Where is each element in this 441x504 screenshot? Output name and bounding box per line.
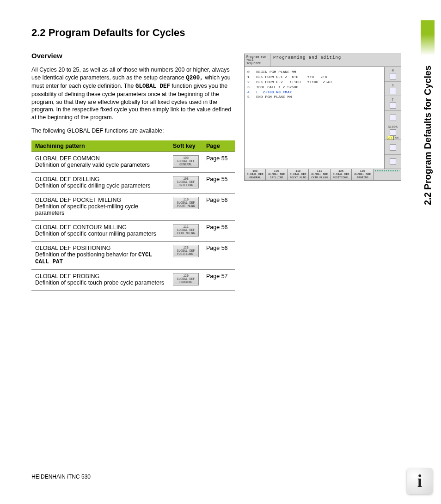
row-pattern-cell: GLOBAL DEF COMMONDefinition of generally… bbox=[31, 152, 169, 173]
row-pattern-cell: GLOBAL DEF POSITIONINGDefinition of the … bbox=[31, 242, 169, 270]
shot-side-cell[interactable] bbox=[385, 155, 401, 169]
row-page-cell: Page 55 bbox=[202, 152, 235, 173]
overview-paragraph-2: The following GLOBAL DEF functions are a… bbox=[31, 127, 235, 135]
row-desc: Definition of specific contour milling p… bbox=[35, 231, 165, 237]
side-tab-gradient bbox=[421, 20, 435, 55]
softkey-button[interactable]: 105GLOBAL DEFDRILLING bbox=[173, 176, 199, 188]
table-row: GLOBAL DEF CONTOUR MILLINGDefinition of … bbox=[31, 221, 235, 242]
shot-softkey[interactable]: 105GLOBAL DEFDRILLING bbox=[266, 169, 287, 180]
shot-side-cell[interactable] bbox=[385, 111, 401, 126]
mini-icon bbox=[390, 88, 396, 94]
softkey-button[interactable]: 110GLOBAL DEFPOCKT MLNG bbox=[173, 197, 199, 209]
row-softkey-cell: 120GLOBAL DEFPROBING bbox=[169, 270, 202, 291]
table-row: GLOBAL DEF COMMONDefinition of generally… bbox=[31, 152, 235, 173]
mini-icon bbox=[390, 73, 396, 79]
side-tab-text: 2.2 Program Defaults for Cycles bbox=[423, 66, 433, 205]
row-page-cell: Page 57 bbox=[202, 270, 235, 291]
shot-mode-l2: full sequence bbox=[246, 59, 268, 65]
shot-code-area: 0 BEGIN PGM PLANE MM1 BLK FORM 0.1 Z X+0… bbox=[245, 67, 384, 169]
shot-sidebar: MSTS100%OFF ON bbox=[384, 67, 401, 169]
shot-side-label: S100% bbox=[388, 125, 398, 129]
shot-side-label: M bbox=[392, 69, 393, 73]
side-tab: 2.2 Program Defaults for Cycles bbox=[421, 20, 435, 205]
table-row: GLOBAL DEF DRILLINGDefinition of specifi… bbox=[31, 173, 235, 194]
row-desc: Definition of specific pocket-milling cy… bbox=[35, 203, 165, 216]
overview-paragraph-1: All Cycles 20 to 25, as well as all of t… bbox=[31, 66, 235, 121]
code-line: 3 TOOL CALL 1 Z S2500 bbox=[247, 85, 381, 90]
shot-side-label: S bbox=[392, 84, 393, 87]
shot-title: Programming and editing bbox=[270, 54, 401, 67]
row-title: GLOBAL DEF DRILLING bbox=[35, 176, 165, 182]
shot-softkey[interactable]: 110GLOBAL DEFPOCKT MLNG bbox=[288, 169, 309, 180]
code-line: 2 BLK FORM 0.2 X+100 Y+100 Z+40 bbox=[247, 80, 381, 85]
softkey-button[interactable]: 120GLOBAL DEFPROBING bbox=[173, 273, 199, 285]
row-softkey-cell: 125GLOBAL DEFPOSITIONG. bbox=[169, 242, 202, 270]
table-row: GLOBAL DEF PROBINGDefinition of specific… bbox=[31, 270, 235, 291]
row-softkey-cell: 100GLOBAL DEFGENERAL bbox=[169, 152, 202, 173]
p1-q200: Q200, bbox=[186, 75, 203, 81]
mini-icon bbox=[390, 129, 396, 136]
row-desc: Definition of the positioning behavior f… bbox=[35, 251, 165, 265]
mini-icon bbox=[390, 115, 396, 121]
row-pattern-cell: GLOBAL DEF POCKET MILLINGDefinition of s… bbox=[31, 194, 169, 221]
softkey-button[interactable]: 125GLOBAL DEFPOSITIONG. bbox=[173, 245, 199, 257]
row-title: GLOBAL DEF POSITIONING bbox=[35, 245, 165, 251]
p1-globaldef: GLOBAL DEF bbox=[135, 83, 170, 90]
row-title: GLOBAL DEF PROBING bbox=[35, 273, 165, 279]
overview-heading: Overview bbox=[31, 52, 235, 60]
shot-softkey-blank bbox=[374, 169, 401, 180]
shot-side-cell[interactable] bbox=[385, 140, 401, 155]
row-page-cell: Page 55 bbox=[202, 173, 235, 194]
shot-softkey[interactable]: 120GLOBAL DEFPROBING bbox=[352, 169, 373, 180]
off-on-toggle[interactable]: OFF ON bbox=[387, 136, 399, 140]
row-page-cell: Page 56 bbox=[202, 194, 235, 221]
table-row: GLOBAL DEF POCKET MILLINGDefinition of s… bbox=[31, 194, 235, 221]
row-title: GLOBAL DEF CONTOUR MILLING bbox=[35, 224, 165, 231]
right-column: Program run full sequence Programming an… bbox=[244, 52, 418, 291]
code-line: 1 BLK FORM 0.1 Z X+0 Y+0 Z+0 bbox=[247, 75, 381, 80]
mini-icon bbox=[390, 158, 396, 165]
shot-side-cell[interactable]: S bbox=[385, 82, 401, 97]
mini-icon bbox=[390, 144, 396, 151]
shot-side-cell[interactable]: M bbox=[385, 67, 401, 82]
th-page: Page bbox=[202, 140, 235, 152]
globaldef-table: Machining pattern Soft key Page GLOBAL D… bbox=[31, 140, 235, 291]
row-desc: Definition of specific touch probe cycle… bbox=[35, 279, 165, 286]
code-line: 0 BEGIN PGM PLANE MM bbox=[247, 70, 381, 75]
row-pattern-cell: GLOBAL DEF DRILLINGDefinition of specifi… bbox=[31, 173, 169, 194]
shot-side-label: T bbox=[392, 98, 393, 102]
row-title: GLOBAL DEF POCKET MILLING bbox=[35, 197, 165, 203]
left-column: Overview All Cycles 20 to 25, as well as… bbox=[31, 52, 235, 291]
shot-mode-l1: Program run bbox=[246, 55, 268, 59]
row-desc: Definition of specific drilling cycle pa… bbox=[35, 182, 165, 189]
shot-softkey[interactable]: 111GLOBAL DEFCNTR MLLNG bbox=[309, 169, 330, 180]
th-pattern: Machining pattern bbox=[31, 140, 169, 152]
shot-mode: Program run full sequence bbox=[245, 54, 270, 67]
row-softkey-cell: 111GLOBAL DEFCNTR MLLNG bbox=[169, 221, 202, 242]
shot-softkey[interactable]: 100GLOBAL DEFGENERAL bbox=[245, 169, 266, 180]
row-desc: Definition of generally valid cycle para… bbox=[35, 162, 165, 168]
table-row: GLOBAL DEF POSITIONINGDefinition of the … bbox=[31, 242, 235, 270]
softkey-button[interactable]: 111GLOBAL DEFCNTR MLLNG bbox=[173, 224, 199, 237]
row-page-cell: Page 56 bbox=[202, 242, 235, 270]
shot-side-cell[interactable]: S100%OFF ON bbox=[385, 125, 401, 140]
section-heading: 2.2 Program Defaults for Cycles bbox=[31, 27, 418, 39]
row-softkey-cell: 110GLOBAL DEFPOCKT MLNG bbox=[169, 194, 202, 221]
code-line: 4 L Z+100 R0 FMAX bbox=[247, 90, 381, 95]
row-pattern-cell: GLOBAL DEF CONTOUR MILLINGDefinition of … bbox=[31, 221, 169, 242]
row-pattern-cell: GLOBAL DEF PROBINGDefinition of specific… bbox=[31, 270, 169, 291]
softkey-button[interactable]: 100GLOBAL DEFGENERAL bbox=[173, 155, 199, 168]
info-icon: i bbox=[407, 468, 433, 494]
shot-side-cell[interactable]: T bbox=[385, 96, 401, 111]
page-footer: HEIDENHAIN iTNC 530 53 bbox=[31, 474, 413, 480]
row-page-cell: Page 56 bbox=[202, 221, 235, 242]
row-desc-mono: CYCL CALL PAT bbox=[35, 252, 152, 265]
shot-softkey-bar: 100GLOBAL DEFGENERAL105GLOBAL DEFDRILLIN… bbox=[245, 169, 401, 180]
mini-icon bbox=[390, 102, 396, 109]
row-softkey-cell: 105GLOBAL DEFDRILLING bbox=[169, 173, 202, 194]
code-line: 5 END PGM PLANE MM bbox=[247, 95, 381, 100]
cnc-screenshot: Program run full sequence Programming an… bbox=[244, 54, 401, 181]
progress-bar-icon bbox=[375, 170, 399, 171]
row-title: GLOBAL DEF COMMON bbox=[35, 155, 165, 162]
shot-softkey[interactable]: 125GLOBAL DEFPOSITIONG. bbox=[331, 169, 352, 180]
